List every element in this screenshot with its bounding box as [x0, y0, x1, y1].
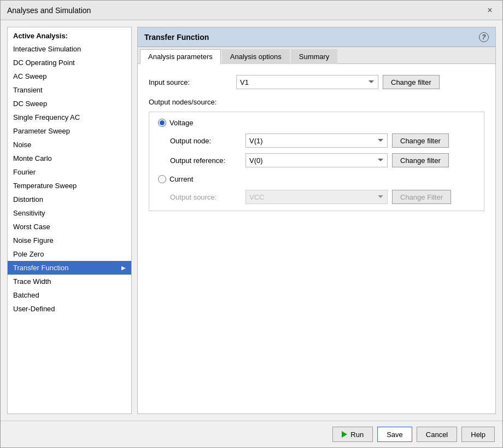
sidebar-items-container: Interactive SimulationDC Operating Point… — [8, 42, 131, 316]
right-panel: Transfer Function ? Analysis parametersA… — [137, 27, 496, 414]
analyses-simulation-dialog: Analyses and Simulation × Active Analysi… — [0, 0, 503, 448]
dialog-title: Analyses and Simulation — [7, 6, 91, 15]
output-node-label: Output node: — [170, 137, 241, 145]
output-reference-label: Output reference: — [170, 156, 241, 165]
sidebar-item-noise[interactable]: Noise — [8, 138, 131, 152]
sidebar: Active Analysis: Interactive SimulationD… — [7, 27, 132, 414]
run-label: Run — [350, 430, 364, 439]
tab-analysis-parameters[interactable]: Analysis parameters — [140, 49, 221, 64]
current-suboptions: Output source: VCC Change Filter — [170, 190, 475, 204]
tab-analysis-options[interactable]: Analysis options — [222, 49, 290, 64]
output-node-select[interactable]: V(1) — [245, 133, 388, 148]
sidebar-item-distortion[interactable]: Distortion — [8, 193, 131, 206]
chevron-right-icon: ▶ — [121, 265, 126, 271]
voltage-suboptions: Output node: V(1) Change filter Output r… — [170, 133, 475, 167]
sidebar-item-dc-sweep[interactable]: DC Sweep — [8, 97, 131, 110]
sidebar-item-single-frequency-ac[interactable]: Single Frequency AC — [8, 110, 131, 124]
sidebar-item-parameter-sweep[interactable]: Parameter Sweep — [8, 124, 131, 138]
sidebar-item-dc-operating-point[interactable]: DC Operating Point — [8, 56, 131, 69]
sidebar-item-transfer-function[interactable]: Transfer Function▶ — [8, 261, 131, 275]
sidebar-item-monte-carlo[interactable]: Monte Carlo — [8, 152, 131, 165]
current-radio-input[interactable] — [158, 175, 166, 183]
output-nodes-label: Output nodes/source: — [149, 98, 484, 106]
sidebar-item-transient[interactable]: Transient — [8, 83, 131, 97]
sidebar-item-worst-case[interactable]: Worst Case — [8, 220, 131, 234]
sidebar-item-sensitivity[interactable]: Sensitivity — [8, 206, 131, 220]
current-radio-label[interactable]: Current — [169, 175, 193, 183]
change-filter-input-button[interactable]: Change filter — [383, 75, 440, 89]
sidebar-item-fourier[interactable]: Fourier — [8, 165, 131, 179]
tabs-container: Analysis parametersAnalysis optionsSumma… — [138, 47, 495, 64]
voltage-radio-option[interactable]: Voltage — [158, 119, 475, 127]
input-source-select[interactable]: V1 — [236, 75, 378, 89]
panel-header: Transfer Function ? — [138, 27, 495, 47]
sidebar-item-pole-zero[interactable]: Pole Zero — [8, 247, 131, 261]
panel-help-icon[interactable]: ? — [479, 32, 489, 42]
close-button[interactable]: × — [484, 4, 496, 16]
change-filter-ref-button[interactable]: Change filter — [392, 153, 449, 167]
sidebar-item-ac-sweep[interactable]: AC Sweep — [8, 69, 131, 83]
output-source-row: Output source: VCC Change Filter — [170, 190, 475, 204]
panel-title: Transfer Function — [144, 33, 209, 42]
main-content: Active Analysis: Interactive SimulationD… — [1, 20, 502, 421]
current-radio-option[interactable]: Current — [158, 175, 475, 183]
input-source-label: Input source: — [149, 78, 236, 86]
run-triangle-icon — [342, 431, 347, 438]
help-button[interactable]: Help — [461, 427, 495, 442]
cancel-button[interactable]: Cancel — [417, 427, 457, 442]
output-reference-row: Output reference: V(0) Change filter — [170, 153, 475, 167]
sidebar-item-interactive-simulation[interactable]: Interactive Simulation — [8, 42, 131, 56]
panel-body: Input source: V1 Change filter Output no… — [138, 64, 495, 414]
sidebar-item-temperature-sweep[interactable]: Temperature Sweep — [8, 179, 131, 193]
output-source-select: VCC — [245, 190, 388, 204]
save-button[interactable]: Save — [377, 427, 412, 442]
sidebar-item-trace-width[interactable]: Trace Width — [8, 275, 131, 288]
sidebar-header: Active Analysis: — [8, 27, 131, 42]
sidebar-item-noise-figure[interactable]: Noise Figure — [8, 234, 131, 247]
change-filter-node-button[interactable]: Change filter — [392, 133, 449, 148]
input-source-row: Input source: V1 Change filter — [149, 75, 484, 89]
output-radio-group: Voltage Output node: V(1) Change filter — [149, 112, 484, 211]
output-node-row: Output node: V(1) Change filter — [170, 133, 475, 148]
footer: Run Save Cancel Help — [1, 421, 502, 447]
output-source-label: Output source: — [170, 193, 241, 201]
run-button[interactable]: Run — [332, 427, 373, 442]
sidebar-item-user-defined[interactable]: User-Defined — [8, 302, 131, 316]
sidebar-item-batched[interactable]: Batched — [8, 288, 131, 302]
input-source-controls: V1 Change filter — [236, 75, 484, 89]
tab-summary[interactable]: Summary — [291, 49, 338, 64]
voltage-radio-input[interactable] — [158, 119, 166, 127]
output-reference-select[interactable]: V(0) — [245, 153, 388, 167]
title-bar: Analyses and Simulation × — [1, 1, 502, 20]
voltage-radio-label[interactable]: Voltage — [169, 119, 193, 127]
change-filter-current-button: Change Filter — [392, 190, 451, 204]
